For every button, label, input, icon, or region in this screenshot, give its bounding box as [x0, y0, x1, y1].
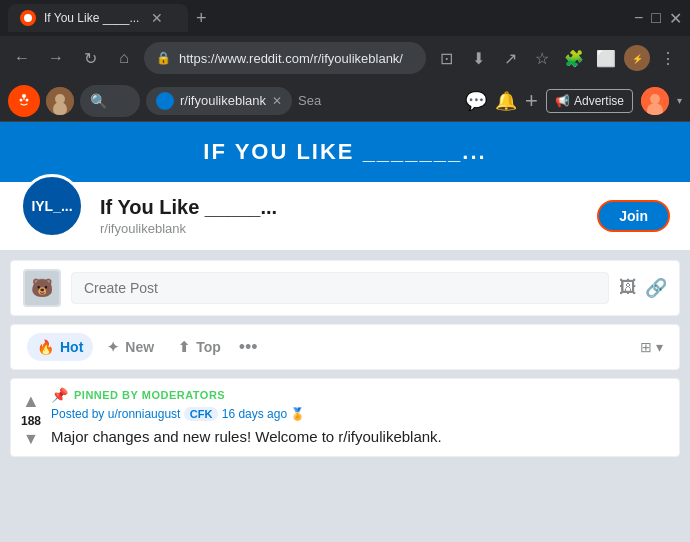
post-card: ▲ 188 ▼ 📌 PINNED BY MODERATORS Posted by…	[10, 378, 680, 457]
svg-point-11	[650, 94, 660, 104]
sort-top-button[interactable]: ⬆ Top	[168, 333, 231, 361]
pin-icon: 📌	[51, 387, 68, 403]
subreddit-banner: IF YOU LIKE _______...	[0, 122, 690, 182]
page-content: IF YOU LIKE _______... IYL_... If You Li…	[0, 122, 690, 542]
hot-icon: 🔥	[37, 339, 54, 355]
image-upload-icon[interactable]: 🖼	[619, 277, 637, 299]
subreddit-header: IYL_... If You Like _____... r/ifyoulike…	[0, 182, 690, 250]
post-flair[interactable]: CFK	[184, 407, 219, 421]
post-author-label: Posted by u/ronniaugust	[51, 407, 180, 421]
user-avatar-toolbar[interactable]	[641, 87, 669, 115]
window-controls: − □ ✕	[634, 9, 682, 28]
tab-favicon	[20, 10, 36, 26]
menu-button[interactable]: ⋮	[654, 44, 682, 72]
post-meta: Posted by u/ronniaugust CFK 16 days ago …	[51, 407, 671, 421]
subreddit-text: r/ifyoulikeblank	[180, 93, 266, 108]
vote-count: 188	[21, 414, 41, 428]
search-placeholder: Sea	[298, 93, 321, 108]
download-icon[interactable]: ⬇	[464, 44, 492, 72]
cast-icon[interactable]: ⊡	[432, 44, 460, 72]
new-icon: ✦	[107, 339, 119, 355]
post-body: 📌 PINNED BY MODERATORS Posted by u/ronni…	[51, 387, 671, 448]
create-post-icons: 🖼 🔗	[619, 277, 667, 299]
pill-close-button[interactable]: ✕	[272, 94, 282, 108]
maximize-button[interactable]: □	[651, 9, 661, 27]
refresh-button[interactable]: ↻	[76, 44, 104, 72]
link-icon[interactable]: 🔗	[645, 277, 667, 299]
reddit-logo[interactable]	[8, 85, 40, 117]
search-bar[interactable]: 🔍	[80, 85, 140, 117]
add-icon[interactable]: +	[525, 88, 538, 114]
forward-button[interactable]: →	[42, 44, 70, 72]
tab-close-button[interactable]: ✕	[151, 10, 163, 26]
bookmark-icon[interactable]: ☆	[528, 44, 556, 72]
post-title[interactable]: Major changes and new rules! Welcome to …	[51, 427, 671, 447]
extensions-icon[interactable]: 🧩	[560, 44, 588, 72]
svg-point-3	[20, 98, 23, 101]
subreddit-handle: r/ifyoulikeblank	[100, 221, 581, 236]
post-time: 16 days ago	[222, 407, 287, 421]
active-tab[interactable]: If You Like ____... ✕	[8, 4, 188, 32]
sort-hot-button[interactable]: 🔥 Hot	[27, 333, 93, 361]
layout-icon: ⊞	[640, 339, 652, 355]
sort-bar: 🔥 Hot ✦ New ⬆ Top ••• ⊞ ▾	[10, 324, 680, 370]
top-label: Top	[196, 339, 221, 355]
lock-icon: 🔒	[156, 51, 171, 65]
post-pinned-tag: 📌 PINNED BY MODERATORS	[51, 387, 671, 403]
subreddit-icon	[156, 92, 174, 110]
title-bar: If You Like ____... ✕ + − □ ✕	[0, 0, 690, 36]
view-dropdown-arrow: ▾	[656, 339, 663, 355]
toolbar-right: 💬 🔔 + 📢 Advertise ▾	[465, 87, 682, 115]
megaphone-icon: 📢	[555, 94, 570, 108]
search-icon: 🔍	[90, 93, 107, 109]
avatar-text: IYL_...	[31, 198, 72, 214]
nav-actions: ⊡ ⬇ ↗ ☆ 🧩 ⬜ ⚡ ⋮	[432, 44, 682, 72]
create-post-avatar: 🐻	[23, 269, 61, 307]
create-post-input[interactable]	[71, 272, 609, 304]
banner-title: IF YOU LIKE _______...	[203, 139, 486, 165]
pinned-label: PINNED BY MODERATORS	[74, 389, 225, 401]
view-toggle[interactable]: ⊞ ▾	[640, 339, 663, 355]
new-label: New	[125, 339, 154, 355]
close-button[interactable]: ✕	[669, 9, 682, 28]
top-icon: ⬆	[178, 339, 190, 355]
share-icon[interactable]: ↗	[496, 44, 524, 72]
navigation-bar: ← → ↻ ⌂ 🔒 https://www.reddit.com/r/ifyou…	[0, 36, 690, 80]
feed-area: 🐻 🖼 🔗 🔥 Hot ✦ New ⬆	[0, 250, 690, 542]
user-avatar[interactable]: ⚡	[624, 45, 650, 71]
tab-title: If You Like ____...	[44, 11, 139, 25]
subreddit-name: If You Like _____...	[100, 196, 581, 219]
downvote-button[interactable]: ▼	[23, 430, 39, 448]
url-text: https://www.reddit.com/r/ifyoulikeblank/	[179, 51, 414, 66]
user-mascot[interactable]	[46, 87, 74, 115]
hot-label: Hot	[60, 339, 83, 355]
subreddit-pill[interactable]: r/ifyoulikeblank ✕	[146, 87, 292, 115]
address-bar[interactable]: 🔒 https://www.reddit.com/r/ifyoulikeblan…	[144, 42, 426, 74]
post-votes: ▲ 188 ▼	[11, 387, 51, 448]
profile-icon[interactable]: ⬜	[592, 44, 620, 72]
svg-point-5	[22, 94, 26, 98]
minimize-button[interactable]: −	[634, 9, 643, 27]
back-button[interactable]: ←	[8, 44, 36, 72]
new-tab-button[interactable]: +	[196, 8, 207, 29]
advertise-label: Advertise	[574, 94, 624, 108]
subreddit-avatar: IYL_...	[20, 174, 84, 238]
svg-point-4	[26, 98, 29, 101]
join-button[interactable]: Join	[597, 200, 670, 232]
upvote-button[interactable]: ▲	[22, 391, 40, 412]
subreddit-info: If You Like _____... r/ifyoulikeblank	[100, 196, 581, 236]
create-post-bar: 🐻 🖼 🔗	[10, 260, 680, 316]
advertise-button[interactable]: 📢 Advertise	[546, 89, 633, 113]
karma-icon: 🏅	[290, 407, 305, 421]
avatar-image: 🐻	[25, 271, 59, 305]
browser-window: If You Like ____... ✕ + − □ ✕ ← → ↻ ⌂ 🔒 …	[0, 0, 690, 542]
sort-more-button[interactable]: •••	[239, 337, 258, 358]
dropdown-arrow-icon[interactable]: ▾	[677, 95, 682, 106]
svg-text:⚡: ⚡	[632, 53, 644, 65]
home-button[interactable]: ⌂	[110, 44, 138, 72]
sort-new-button[interactable]: ✦ New	[97, 333, 164, 361]
notification-icon[interactable]: 🔔	[495, 90, 517, 112]
chat-icon[interactable]: 💬	[465, 90, 487, 112]
reddit-toolbar: 🔍 r/ifyoulikeblank ✕ Sea 💬 🔔 + 📢 Adverti…	[0, 80, 690, 122]
